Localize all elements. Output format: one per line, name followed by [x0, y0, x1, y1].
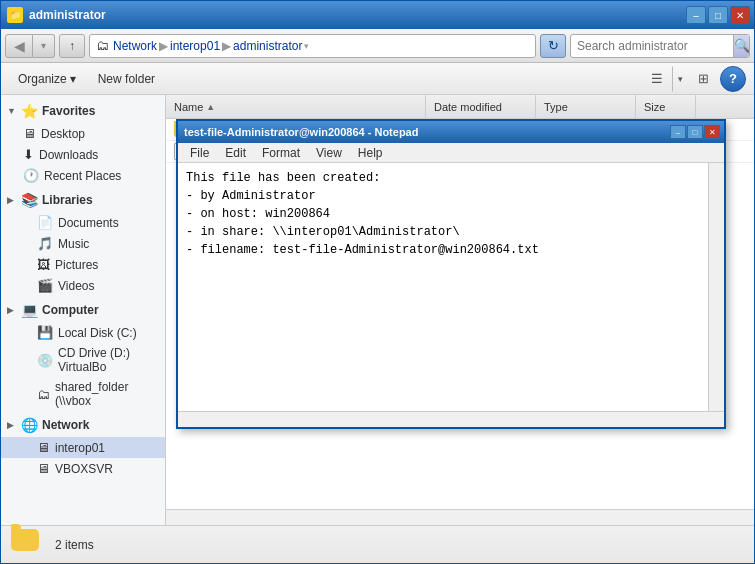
view-dropdown-button[interactable]: ▾ — [672, 66, 688, 92]
breadcrumb-administrator[interactable]: administrator — [233, 39, 302, 53]
organize-arrow: ▾ — [70, 72, 76, 86]
notepad-close-button[interactable]: ✕ — [704, 125, 720, 139]
breadcrumb-interop01[interactable]: interop01 — [170, 39, 220, 53]
breadcrumb-end-arrow[interactable]: ▾ — [304, 41, 309, 51]
breadcrumb-sep-2: ▶ — [222, 39, 231, 53]
notepad-menu-help[interactable]: Help — [350, 144, 391, 162]
sidebar-item-shared-folder[interactable]: 🗂 shared_folder (\\vbox — [1, 377, 165, 411]
music-icon: 🎵 — [37, 236, 53, 251]
new-folder-label: New folder — [98, 72, 155, 86]
back-button[interactable]: ◀ — [5, 34, 33, 58]
libraries-icon: 📚 — [21, 192, 38, 208]
notepad-minimize-button[interactable]: – — [670, 125, 686, 139]
view-pane-button[interactable]: ⊞ — [690, 66, 716, 92]
notepad-text-area[interactable]: This file has been created: - by Adminis… — [178, 163, 708, 411]
notepad-menu-edit[interactable]: Edit — [217, 144, 254, 162]
interop01-icon: 🖥 — [37, 440, 50, 455]
sidebar-item-documents[interactable]: 📄 Documents — [1, 212, 165, 233]
toolbar: Organize ▾ New folder ☰ ▾ ⊞ ? — [1, 63, 754, 95]
file-list-body: bin 10-3-2013 22:10 File folder test-fil… — [166, 119, 754, 525]
cd-drive-icon: 💿 — [37, 353, 53, 368]
notepad-menu-view[interactable]: View — [308, 144, 350, 162]
shared-folder-label: shared_folder (\\vbox — [55, 380, 159, 408]
breadcrumb-network[interactable]: Network — [113, 39, 157, 53]
col-header-type[interactable]: Type — [536, 95, 636, 118]
forward-dropdown[interactable]: ▾ — [33, 34, 55, 58]
sidebar-item-local-disk[interactable]: 💾 Local Disk (C:) — [1, 322, 165, 343]
favorites-label: Favorites — [42, 104, 95, 118]
recent-label: Recent Places — [44, 169, 121, 183]
search-box[interactable]: 🔍 — [570, 34, 750, 58]
notepad-content: This file has been created: - by Adminis… — [178, 163, 724, 411]
minimize-button[interactable]: – — [686, 6, 706, 24]
main-window: 📁 administrator – □ ✕ ◀ ▾ ↑ 🗂 Network ▶ … — [0, 0, 755, 564]
window-icon: 📁 — [7, 7, 23, 23]
file-list-hscrollbar[interactable] — [166, 509, 754, 525]
network-label: Network — [42, 418, 89, 432]
favorites-expand-icon: ▼ — [7, 106, 17, 116]
sidebar-item-recent-places[interactable]: 🕐 Recent Places — [1, 165, 165, 186]
pictures-icon: 🖼 — [37, 257, 50, 272]
favorites-icon: ⭐ — [21, 103, 38, 119]
sidebar-item-desktop[interactable]: 🖥 Desktop — [1, 123, 165, 144]
shared-folder-icon: 🗂 — [37, 387, 50, 402]
help-button[interactable]: ? — [720, 66, 746, 92]
sidebar-section-network: ▶ 🌐 Network 🖥 interop01 🖥 VBOXSVR — [1, 413, 165, 479]
notepad-maximize-button[interactable]: □ — [687, 125, 703, 139]
notepad-hscrollbar[interactable] — [178, 411, 724, 427]
network-header[interactable]: ▶ 🌐 Network — [1, 413, 165, 437]
close-button[interactable]: ✕ — [730, 6, 750, 24]
col-size-label: Size — [644, 101, 665, 113]
sidebar-item-videos[interactable]: 🎬 Videos — [1, 275, 165, 296]
window-title: administrator — [29, 8, 106, 22]
notepad-menu-file[interactable]: File — [182, 144, 217, 162]
local-disk-icon: 💾 — [37, 325, 53, 340]
vboxsvr-icon: 🖥 — [37, 461, 50, 476]
up-button[interactable]: ↑ — [59, 34, 85, 58]
notepad-menu-format[interactable]: Format — [254, 144, 308, 162]
libraries-expand-icon: ▶ — [7, 195, 17, 205]
maximize-button[interactable]: □ — [708, 6, 728, 24]
title-bar-left: 📁 administrator — [7, 7, 106, 23]
notepad-menu: File Edit Format View Help — [178, 143, 724, 163]
documents-icon: 📄 — [37, 215, 53, 230]
refresh-button[interactable]: ↻ — [540, 34, 566, 58]
favorites-header[interactable]: ▼ ⭐ Favorites — [1, 99, 165, 123]
notepad-scrollbar[interactable] — [708, 163, 724, 411]
col-header-size[interactable]: Size — [636, 95, 696, 118]
libraries-header[interactable]: ▶ 📚 Libraries — [1, 188, 165, 212]
cd-drive-label: CD Drive (D:) VirtualBo — [58, 346, 159, 374]
videos-label: Videos — [58, 279, 94, 293]
videos-icon: 🎬 — [37, 278, 53, 293]
view-list-button[interactable]: ☰ — [644, 66, 670, 92]
file-list-header: Name ▲ Date modified Type Size — [166, 95, 754, 119]
computer-expand-icon: ▶ — [7, 305, 17, 315]
address-bar: ◀ ▾ ↑ 🗂 Network ▶ interop01 ▶ administra… — [1, 29, 754, 63]
desktop-icon: 🖥 — [23, 126, 36, 141]
new-folder-button[interactable]: New folder — [89, 66, 164, 92]
computer-header[interactable]: ▶ 💻 Computer — [1, 298, 165, 322]
breadcrumb-folder-icon: 🗂 — [96, 38, 109, 53]
interop01-label: interop01 — [55, 441, 105, 455]
search-button[interactable]: 🔍 — [733, 35, 750, 57]
organize-button[interactable]: Organize ▾ — [9, 66, 85, 92]
pictures-label: Pictures — [55, 258, 98, 272]
organize-label: Organize — [18, 72, 67, 86]
sidebar-item-interop01[interactable]: 🖥 interop01 — [1, 437, 165, 458]
sidebar-item-cd-drive[interactable]: 💿 CD Drive (D:) VirtualBo — [1, 343, 165, 377]
file-list: Name ▲ Date modified Type Size — [166, 95, 754, 525]
col-header-date[interactable]: Date modified — [426, 95, 536, 118]
breadcrumb-bar[interactable]: 🗂 Network ▶ interop01 ▶ administrator ▾ — [89, 34, 536, 58]
sidebar-item-downloads[interactable]: ⬇ Downloads — [1, 144, 165, 165]
nav-buttons: ◀ ▾ — [5, 34, 55, 58]
sidebar-item-pictures[interactable]: 🖼 Pictures — [1, 254, 165, 275]
sidebar-section-favorites: ▼ ⭐ Favorites 🖥 Desktop ⬇ Downloads 🕐 Re… — [1, 99, 165, 186]
sidebar-item-vboxsvr[interactable]: 🖥 VBOXSVR — [1, 458, 165, 479]
search-input[interactable] — [571, 39, 733, 53]
vboxsvr-label: VBOXSVR — [55, 462, 113, 476]
title-controls: – □ ✕ — [686, 6, 750, 24]
notepad-title-bar: test-file-Administrator@win200864 - Note… — [178, 121, 724, 143]
sidebar-item-music[interactable]: 🎵 Music — [1, 233, 165, 254]
sidebar-section-libraries: ▶ 📚 Libraries 📄 Documents 🎵 Music 🖼 Pict… — [1, 188, 165, 296]
col-header-name[interactable]: Name ▲ — [166, 95, 426, 118]
